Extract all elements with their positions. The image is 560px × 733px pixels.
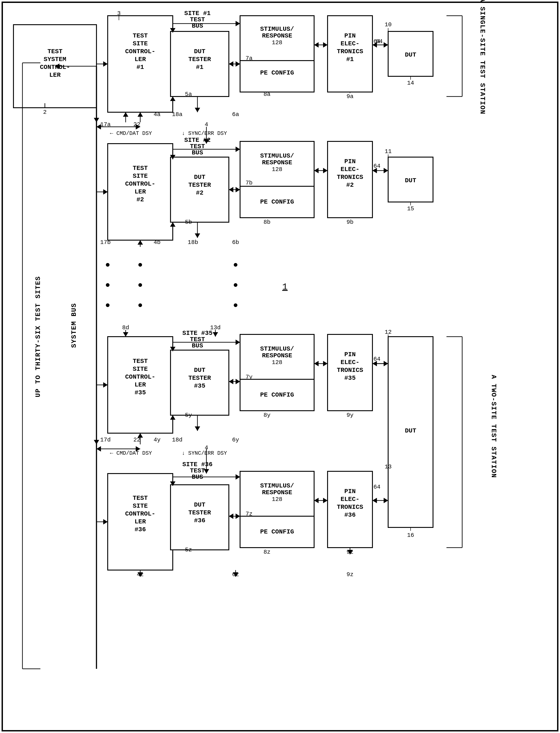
site36-testbus-label: SITE #36 bbox=[182, 461, 212, 468]
site2-controller-text1: TEST bbox=[133, 165, 148, 172]
site35-pin-text3: TRONICS bbox=[337, 367, 363, 374]
site1-testbus-label2: TEST bbox=[190, 16, 205, 23]
site36-pin-text3: TRONICS bbox=[337, 504, 363, 511]
site35-pe-config-text1: PE CONFIG bbox=[260, 392, 294, 399]
site1-dut-text: DUT bbox=[405, 51, 416, 58]
site2-controller-text2: SITE bbox=[133, 173, 148, 179]
ref-128-35: 128 bbox=[272, 359, 282, 366]
site1-testbus-label: SITE #1 bbox=[184, 10, 211, 17]
site2-testbus-label3: BUS bbox=[192, 149, 203, 156]
ref-17d: 17d bbox=[100, 437, 111, 443]
ref-9y: 9y bbox=[346, 412, 353, 419]
site36-controller-text2: SITE bbox=[133, 503, 148, 510]
ref-2: 2 bbox=[43, 109, 47, 116]
ref-7b: 7b bbox=[245, 179, 252, 186]
site35-controller-text3: CONTROL- bbox=[125, 374, 155, 381]
ref-5a: 5a bbox=[185, 91, 192, 98]
ref-18d: 18d bbox=[172, 437, 183, 443]
ref-6b: 6b bbox=[232, 239, 239, 246]
ref-10: 10 bbox=[385, 21, 392, 28]
site1-controller-text2: SITE bbox=[133, 40, 148, 47]
system-bus-label: SYSTEM BUS bbox=[70, 303, 78, 348]
sync-err-label-35: ↓ SYNC/ERR DSY bbox=[182, 450, 227, 456]
ref-4b: 4b bbox=[153, 239, 160, 246]
site1-pin-text3: TRONICS bbox=[337, 48, 363, 55]
site2-pin-text2: ELEC- bbox=[341, 166, 359, 173]
ref-128-36: 128 bbox=[272, 496, 282, 503]
site1-pe-config-text1: PE CONFIG bbox=[260, 69, 294, 76]
site2-pe-config-text1: PE CONFIG bbox=[260, 198, 294, 205]
ref-8a: 8a bbox=[263, 91, 270, 98]
ref-6a: 6a bbox=[232, 111, 239, 118]
site36-dut-tester-text1: DUT bbox=[194, 501, 205, 508]
site2-pin-text3: TRONICS bbox=[337, 174, 363, 181]
ref-11: 11 bbox=[385, 148, 392, 155]
single-site-label: A SINGLE-SITE TEST STATION bbox=[479, 0, 486, 114]
site36-controller-text1: TEST bbox=[133, 495, 148, 502]
ref-9b: 9b bbox=[346, 219, 353, 225]
site2-dut-tester-text3: #2 bbox=[196, 189, 203, 196]
dots7: • bbox=[232, 258, 240, 273]
site2-controller-text5: #2 bbox=[136, 196, 144, 203]
ref-128-2: 128 bbox=[272, 166, 282, 173]
site36-stimulus-text2: RESPONSE bbox=[262, 489, 292, 496]
site36-dut-tester-text2: TESTER bbox=[188, 509, 211, 516]
test-system-controller-label3: CONTROL- bbox=[40, 64, 70, 71]
ref-5b: 5b bbox=[185, 219, 192, 225]
site36-dut-tester-text3: #36 bbox=[194, 517, 205, 524]
two-site-label: A TWO-SITE TEST STATION bbox=[490, 375, 497, 478]
dots1: • bbox=[104, 258, 112, 273]
ref-8y: 8y bbox=[263, 412, 270, 419]
test-system-controller-label4: LER bbox=[49, 72, 61, 79]
site1-controller-text5: #1 bbox=[136, 64, 144, 71]
dots4: • bbox=[136, 258, 144, 273]
site35-controller-text4: LER bbox=[135, 381, 146, 388]
site2-stimulus-text2: RESPONSE bbox=[262, 159, 292, 166]
ref-8z: 8z bbox=[263, 549, 270, 556]
site2-dut-text: DUT bbox=[405, 177, 416, 184]
cmd-dat-label-1: ← CMD/DAT DSY bbox=[110, 130, 152, 136]
ref-4a: 4a bbox=[153, 111, 160, 118]
test-system-controller-label: TEST bbox=[47, 48, 62, 55]
ref-9a: 9a bbox=[346, 93, 353, 100]
dots5: • bbox=[136, 278, 144, 293]
site35-dut-tester-text3: #35 bbox=[194, 383, 205, 390]
ref-18a: 18a bbox=[172, 111, 183, 118]
site1-pin-text2: ELEC- bbox=[341, 40, 359, 47]
site2-pin-text4: #2 bbox=[346, 181, 354, 188]
site35-pin-text4: #35 bbox=[344, 375, 356, 382]
ref-64-36: 64 bbox=[373, 484, 380, 490]
site1-stimulus-text1: STIMULUS/ bbox=[260, 26, 294, 33]
main-ref-1: 1 bbox=[282, 282, 288, 292]
test-system-controller-label2: SYSTEM bbox=[44, 56, 66, 63]
site35-stimulus-text1: STIMULUS/ bbox=[260, 345, 294, 352]
site2-stimulus-text1: STIMULUS/ bbox=[260, 152, 294, 159]
site36-controller-text5: #36 bbox=[135, 526, 146, 533]
sync-err-label-1: ↓ SYNC/ERR DSY bbox=[182, 130, 227, 136]
thirty-six-label: UP TO THIRTY-SIX TEST SITES bbox=[34, 276, 42, 397]
site1-controller-text4: LER bbox=[135, 56, 146, 63]
diagram-container: TEST SYSTEM CONTROL- LER 2 SYSTEM BUS UP… bbox=[0, 0, 560, 733]
ref-17b: 17b bbox=[100, 239, 111, 246]
site2-controller-text3: CONTROL- bbox=[125, 180, 155, 187]
site36-pin-text1: PIN bbox=[344, 488, 356, 495]
site36-testbus-label2: TEST bbox=[190, 467, 205, 474]
site2-dut-tester-text2: TESTER bbox=[188, 181, 211, 188]
dots8: • bbox=[232, 278, 240, 293]
site35-pin-text1: PIN bbox=[344, 351, 356, 358]
ref-8b: 8b bbox=[263, 219, 270, 225]
site1-controller-text1: TEST bbox=[133, 32, 148, 39]
ref-13: 13 bbox=[385, 464, 392, 470]
dots3: • bbox=[104, 298, 112, 314]
site1-pin-text4: #1 bbox=[346, 56, 354, 63]
site2-dut-tester-text1: DUT bbox=[194, 174, 205, 181]
site35-dut-tester-text1: DUT bbox=[194, 367, 205, 374]
site36-controller-text4: LER bbox=[135, 518, 146, 525]
ref-5z: 5z bbox=[185, 547, 192, 553]
site1-controller-text3: CONTROL- bbox=[125, 48, 155, 55]
cmd-dat-label-35: ← CMD/DAT DSY bbox=[110, 450, 152, 456]
site1-pin-text1: PIN bbox=[344, 32, 356, 39]
ref-18b: 18b bbox=[188, 239, 198, 246]
dots9: • bbox=[232, 298, 240, 314]
site36-pin-text4: #36 bbox=[344, 512, 356, 519]
